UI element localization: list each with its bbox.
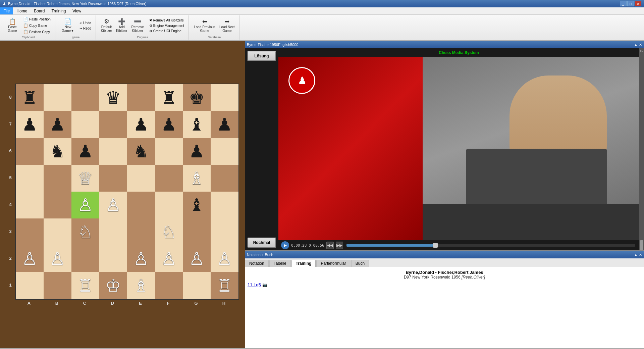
square-f1[interactable] — [155, 272, 183, 299]
video-progress-bar[interactable] — [346, 244, 635, 247]
load-prev-button[interactable]: ⬅ Load PreviousGame — [192, 17, 217, 34]
square-h2[interactable]: ♙ — [211, 245, 238, 272]
square-c6[interactable]: ♟ — [71, 138, 99, 165]
square-a6[interactable] — [16, 138, 44, 165]
square-h7[interactable]: ♟ — [211, 111, 238, 138]
play-button[interactable]: ▶ — [281, 241, 289, 249]
progress-thumb[interactable] — [433, 243, 438, 248]
square-e7[interactable]: ♟ — [127, 111, 155, 138]
tab-tabelle[interactable]: Tabelle — [269, 260, 291, 267]
maximize-button[interactable]: □ — [627, 1, 634, 6]
tab-training[interactable]: Training — [291, 260, 316, 267]
add-kibitzer-button[interactable]: ➕ AddKibitzer — [114, 17, 129, 34]
square-h3[interactable] — [211, 218, 238, 245]
copy-position-button[interactable]: 📋 Position Copy — [21, 29, 52, 35]
square-g4[interactable]: ♝ — [183, 192, 211, 218]
square-g3[interactable] — [183, 218, 211, 245]
load-next-button[interactable]: ➡ Load NextGame — [218, 17, 236, 34]
square-d2[interactable] — [99, 245, 127, 272]
menu-home[interactable]: Home — [13, 7, 31, 14]
paste-position-button[interactable]: 📄 Paste Position — [21, 16, 52, 22]
square-f4[interactable] — [155, 192, 183, 218]
square-e6[interactable]: ♞ — [127, 138, 155, 165]
square-c2[interactable] — [71, 245, 99, 272]
square-f2[interactable]: ♙ — [155, 245, 183, 272]
square-h4[interactable] — [211, 192, 238, 218]
video-close-button[interactable]: ✕ — [639, 43, 642, 47]
square-b8[interactable] — [44, 84, 71, 111]
close-button[interactable]: ✕ — [635, 1, 641, 6]
rewind-button[interactable]: ◀◀ — [326, 242, 334, 249]
square-f6[interactable] — [155, 138, 183, 165]
square-f3[interactable]: ♘ — [155, 218, 183, 245]
menu-board[interactable]: Board — [31, 7, 48, 14]
square-f8[interactable]: ♜ — [155, 84, 183, 111]
square-d4[interactable]: ♙ — [99, 192, 127, 218]
square-d5[interactable] — [99, 165, 127, 192]
square-b2[interactable]: ♙ — [44, 245, 71, 272]
square-a3[interactable] — [16, 218, 44, 245]
square-b6[interactable]: ♞ — [44, 138, 71, 165]
square-a4[interactable] — [16, 192, 44, 218]
square-b3[interactable] — [44, 218, 71, 245]
square-a7[interactable]: ♟ — [16, 111, 44, 138]
square-c5[interactable]: ♕ — [71, 165, 99, 192]
square-d8[interactable]: ♛ — [99, 84, 127, 111]
video-scrollbar[interactable]: 50 — [639, 48, 644, 250]
remove-kibitzer-button[interactable]: ➖ RemoveKibitzer — [130, 17, 146, 34]
square-a1[interactable] — [16, 272, 44, 299]
square-g6[interactable]: ♟ — [183, 138, 211, 165]
minimize-button[interactable]: _ — [620, 1, 627, 6]
square-e2[interactable]: ♙ — [127, 245, 155, 272]
square-g2[interactable]: ♙ — [183, 245, 211, 272]
engine-management-button[interactable]: ⚙ Engine Management — [148, 23, 186, 28]
video-expand-button[interactable]: ▲ — [634, 43, 638, 47]
square-b5[interactable] — [44, 165, 71, 192]
square-d1[interactable]: ♔ — [99, 272, 127, 299]
square-b1[interactable] — [44, 272, 71, 299]
forward-button[interactable]: ▶▶ — [336, 242, 343, 249]
video-frame[interactable]: ♟ — [278, 57, 639, 240]
notation-close-button[interactable]: ✕ — [639, 253, 642, 257]
tab-notation[interactable]: Notation — [245, 260, 269, 267]
square-e1[interactable]: ♗ — [127, 272, 155, 299]
square-a2[interactable]: ♙ — [16, 245, 44, 272]
square-b4[interactable] — [44, 192, 71, 218]
square-g1[interactable] — [183, 272, 211, 299]
remove-all-kibitzers-button[interactable]: ✖ Remove All Kibitzers — [148, 18, 186, 23]
square-h1[interactable]: ♖ — [211, 272, 238, 299]
square-c3[interactable]: ♘ — [71, 218, 99, 245]
square-h5[interactable] — [211, 165, 238, 192]
square-d3[interactable] — [99, 218, 127, 245]
tab-partieformular[interactable]: Partieformular — [316, 260, 350, 267]
square-c7[interactable] — [71, 111, 99, 138]
square-g7[interactable]: ♝ — [183, 111, 211, 138]
create-uci-button[interactable]: ⚙ Create UCI Engine — [148, 29, 186, 34]
undo-button[interactable]: ↩ Undo — [78, 20, 93, 26]
square-e3[interactable] — [127, 218, 155, 245]
tab-buch[interactable]: Buch — [351, 260, 369, 267]
menu-training[interactable]: Training — [48, 7, 69, 14]
copy-game-button[interactable]: 📋 Copy Game — [21, 22, 52, 29]
square-g5[interactable]: ♗ — [183, 165, 211, 192]
menu-file[interactable]: File — [0, 7, 13, 14]
notation-expand-button[interactable]: ▲ — [634, 253, 638, 257]
square-h8[interactable] — [211, 84, 238, 111]
nochmal-button[interactable]: Nochmal — [248, 238, 276, 248]
square-f5[interactable] — [155, 165, 183, 192]
new-game-button[interactable]: 📄 NewGame▼ — [59, 17, 77, 34]
square-c1[interactable]: ♖ — [71, 272, 99, 299]
default-kibitzer-button[interactable]: ⚙ DefaultKibitzer — [99, 17, 114, 34]
menu-view[interactable]: View — [69, 7, 85, 14]
square-e5[interactable] — [127, 165, 155, 192]
scrollbar-thumb[interactable] — [640, 240, 643, 250]
move-11-lg5[interactable]: 11.Lg5 — [248, 282, 261, 287]
square-c4[interactable]: ♙ — [71, 192, 99, 218]
losung-button[interactable]: Lösung — [248, 51, 276, 61]
square-d6[interactable] — [99, 138, 127, 165]
square-e8[interactable] — [127, 84, 155, 111]
paste-game-button[interactable]: 📋 PasteGame — [4, 17, 21, 34]
square-b7[interactable]: ♟ — [44, 111, 71, 138]
square-g8[interactable]: ♚ — [183, 84, 211, 111]
square-c8[interactable] — [71, 84, 99, 111]
